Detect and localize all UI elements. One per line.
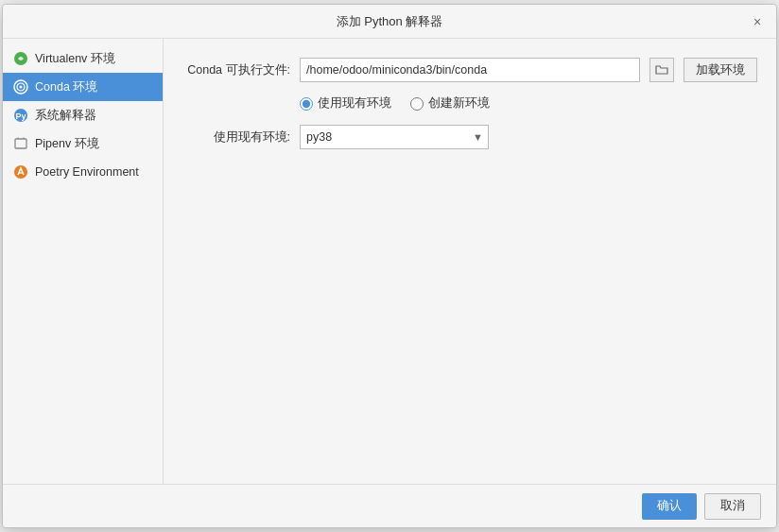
conda-icon [12, 78, 29, 95]
add-interpreter-dialog: 添加 Python 解释器 × Virtualenv 环境 [2, 4, 777, 528]
sidebar-item-system[interactable]: Py 系统解释器 [3, 101, 163, 129]
svg-point-3 [20, 86, 23, 89]
dialog-footer: 确认 取消 [3, 484, 776, 527]
poetry-icon [12, 163, 29, 180]
env-select-wrapper: py38 base py39 py310 ▼ [300, 125, 489, 149]
load-env-button[interactable]: 加载环境 [684, 58, 757, 82]
close-button[interactable]: × [748, 12, 767, 31]
sidebar-item-system-label: 系统解释器 [35, 108, 96, 124]
confirm-button[interactable]: 确认 [642, 493, 697, 520]
system-icon: Py [12, 107, 29, 124]
conda-exe-label: Conda 可执行文件: [186, 62, 290, 78]
sidebar-item-poetry[interactable]: Poetry Environment [3, 158, 163, 186]
sidebar-item-virtualenv[interactable]: Virtualenv 环境 [3, 44, 163, 73]
use-existing-option[interactable]: 使用现有环境 [300, 95, 391, 112]
conda-exe-input[interactable] [300, 58, 640, 82]
create-new-label: 创建新环境 [428, 95, 490, 112]
create-new-option[interactable]: 创建新环境 [410, 95, 490, 112]
pipenv-icon [12, 135, 29, 152]
existing-env-row: 使用现有环境: py38 base py39 py310 ▼ [186, 125, 757, 149]
folder-browse-button[interactable] [649, 58, 674, 82]
folder-icon [655, 63, 668, 77]
virtualenv-icon [12, 50, 29, 67]
dialog-body: Virtualenv 环境 Conda 环境 Py [3, 39, 776, 484]
create-new-radio[interactable] [410, 97, 424, 111]
sidebar-item-pipenv[interactable]: Pipenv 环境 [3, 129, 163, 158]
svg-text:Py: Py [15, 112, 26, 121]
dialog-title: 添加 Python 解释器 [337, 13, 443, 30]
sidebar-item-pipenv-label: Pipenv 环境 [35, 136, 99, 152]
radio-group: 使用现有环境 创建新环境 [186, 95, 757, 112]
cancel-button[interactable]: 取消 [704, 493, 761, 520]
svg-rect-6 [15, 139, 26, 148]
sidebar-item-conda-label: Conda 环境 [35, 79, 97, 95]
sidebar: Virtualenv 环境 Conda 环境 Py [3, 39, 164, 484]
use-existing-radio[interactable] [300, 97, 313, 111]
conda-exe-row: Conda 可执行文件: 加载环境 [186, 58, 757, 82]
sidebar-item-virtualenv-label: Virtualenv 环境 [35, 51, 115, 67]
existing-env-label: 使用现有环境: [186, 129, 290, 146]
title-bar: 添加 Python 解释器 × [3, 5, 776, 39]
main-content: Conda 可执行文件: 加载环境 使用现有环境 创建新环境 [164, 39, 776, 484]
use-existing-label: 使用现有环境 [318, 95, 391, 112]
sidebar-item-conda[interactable]: Conda 环境 [3, 73, 163, 101]
sidebar-item-poetry-label: Poetry Environment [35, 165, 139, 179]
env-select[interactable]: py38 base py39 py310 [300, 125, 489, 149]
